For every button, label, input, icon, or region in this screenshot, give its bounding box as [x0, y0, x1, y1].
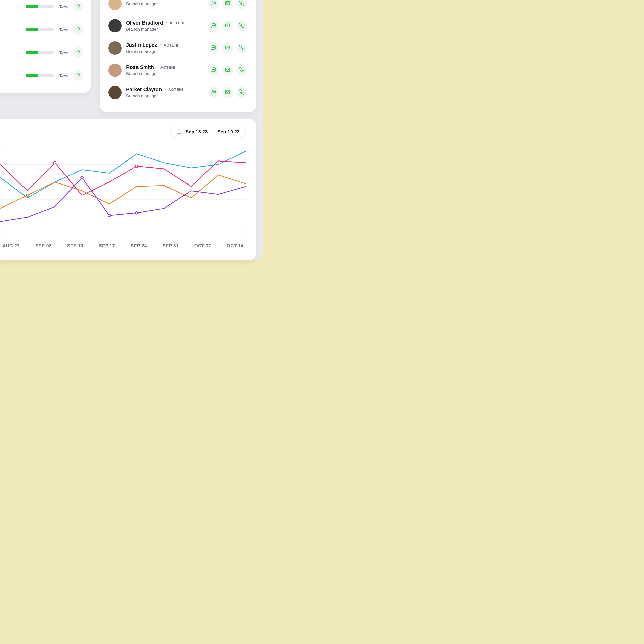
x-axis-label: SEP 03: [35, 243, 52, 249]
progress-bar: [26, 74, 54, 77]
contact-role: Branch manager: [126, 2, 203, 7]
svg-point-18: [214, 70, 215, 70]
progress-bar: [26, 5, 54, 8]
separator-dot: •: [159, 43, 161, 47]
svg-rect-24: [177, 130, 181, 134]
phone-icon: [239, 45, 245, 51]
phone-button[interactable]: [236, 65, 247, 76]
svg-point-8: [212, 25, 213, 26]
separator-dot: •: [156, 65, 158, 70]
arrow-right-icon: [75, 26, 81, 33]
progress-bar: [26, 51, 54, 54]
progress-row: 45%: [0, 18, 91, 41]
svg-point-22: [214, 92, 215, 92]
mail-button[interactable]: [222, 20, 233, 31]
svg-point-4: [212, 3, 213, 3]
mail-button[interactable]: [222, 0, 233, 9]
chart-card: Sep 13 23 – Sep 19 23 AUG 27SEP 03SEP 10…: [0, 119, 256, 260]
contact-row: Rosa Smith•ACTEHI Branch manager: [108, 59, 247, 81]
chart-marker: [54, 162, 56, 164]
separator-dot: •: [166, 20, 167, 25]
svg-point-20: [212, 92, 213, 92]
contact-tag: ACTEHI: [168, 87, 183, 92]
contact-tag: ACTEHI: [170, 21, 185, 25]
progress-row: 45%: [0, 64, 91, 87]
progress-arrow-button[interactable]: [73, 1, 83, 12]
chat-icon: [211, 0, 216, 7]
phone-icon: [239, 22, 245, 29]
avatar: [108, 86, 122, 99]
mail-icon: [225, 22, 231, 29]
mail-button[interactable]: [222, 42, 233, 54]
date-dash: –: [211, 129, 214, 135]
svg-point-17: [213, 70, 214, 70]
phone-button[interactable]: [236, 0, 247, 9]
avatar: [108, 41, 122, 55]
arrow-right-icon: [75, 3, 81, 10]
x-axis-label: OCT 14: [227, 243, 243, 249]
progress-card: 45% 45% 45% 45%: [0, 0, 91, 93]
x-axis-label: AUG 27: [3, 243, 20, 249]
calendar-icon: [176, 129, 182, 135]
contact-tag: ACTEHI: [164, 43, 178, 47]
chart-marker: [135, 212, 138, 214]
chat-button[interactable]: [208, 0, 219, 9]
contact-info: Branch manager: [126, 1, 203, 7]
mail-icon: [225, 0, 231, 7]
chat-icon: [211, 45, 216, 51]
mail-button[interactable]: [222, 87, 233, 98]
svg-point-14: [214, 47, 215, 48]
separator-dot: •: [164, 87, 166, 92]
chat-icon: [211, 89, 216, 96]
arrow-right-icon: [75, 72, 81, 79]
chart-x-axis: AUG 27SEP 03SEP 10SEP 17SEP 24SEP 31OCT …: [0, 243, 246, 249]
contact-info: Justin Lopez•ACTEHI Branch manager: [126, 42, 203, 54]
svg-point-10: [214, 25, 215, 26]
progress-arrow-button[interactable]: [73, 70, 83, 81]
chat-icon: [211, 22, 216, 29]
contact-role: Branch manager: [126, 71, 203, 76]
progress-percent: 45%: [59, 50, 68, 55]
contact-name: Oliver Bradford: [126, 20, 163, 26]
contact-role: Branch manager: [126, 27, 203, 32]
date-range-picker[interactable]: Sep 13 23 – Sep 19 23: [170, 126, 246, 138]
x-axis-label: SEP 10: [67, 243, 83, 249]
contact-info: Parker Clayton•ACTEHI Branch manager: [126, 87, 203, 99]
phone-icon: [239, 67, 245, 74]
avatar: [108, 0, 122, 10]
contact-row: Branch manager: [108, 0, 247, 15]
chart-marker: [81, 176, 83, 179]
progress-percent: 45%: [59, 27, 68, 32]
chart-marker: [135, 165, 138, 168]
chat-button[interactable]: [208, 87, 219, 98]
progress-arrow-button[interactable]: [73, 47, 83, 58]
contact-name: Parker Clayton: [126, 87, 162, 93]
contact-row: Parker Clayton•ACTEHI Branch manager: [108, 81, 247, 104]
contact-name: Rosa Smith: [126, 64, 154, 70]
chat-button[interactable]: [208, 42, 219, 54]
contact-role: Branch manager: [126, 49, 203, 54]
contact-tag: ACTEHI: [160, 65, 175, 70]
chat-button[interactable]: [208, 20, 219, 31]
progress-row: 45%: [0, 41, 91, 64]
chart-marker: [108, 214, 111, 217]
contact-row: Justin Lopez•ACTEHI Branch manager: [108, 37, 247, 59]
phone-button[interactable]: [236, 20, 247, 31]
phone-icon: [239, 89, 245, 96]
progress-row: 45%: [0, 0, 91, 18]
mail-button[interactable]: [222, 65, 233, 76]
arrow-right-icon: [75, 49, 81, 56]
contact-role: Branch manager: [126, 94, 203, 99]
chart-plot-area: [0, 147, 246, 235]
svg-point-12: [212, 47, 213, 48]
x-axis-label: SEP 24: [131, 243, 147, 249]
contact-info: Oliver Bradford•ACTEHI Branch manager: [126, 20, 203, 32]
progress-percent: 45%: [59, 4, 68, 9]
chat-button[interactable]: [208, 65, 219, 76]
phone-button[interactable]: [236, 42, 247, 54]
svg-point-9: [213, 25, 214, 26]
chart-series-orange: [0, 175, 246, 208]
phone-button[interactable]: [236, 87, 247, 98]
progress-arrow-button[interactable]: [73, 24, 83, 35]
phone-icon: [239, 0, 245, 7]
